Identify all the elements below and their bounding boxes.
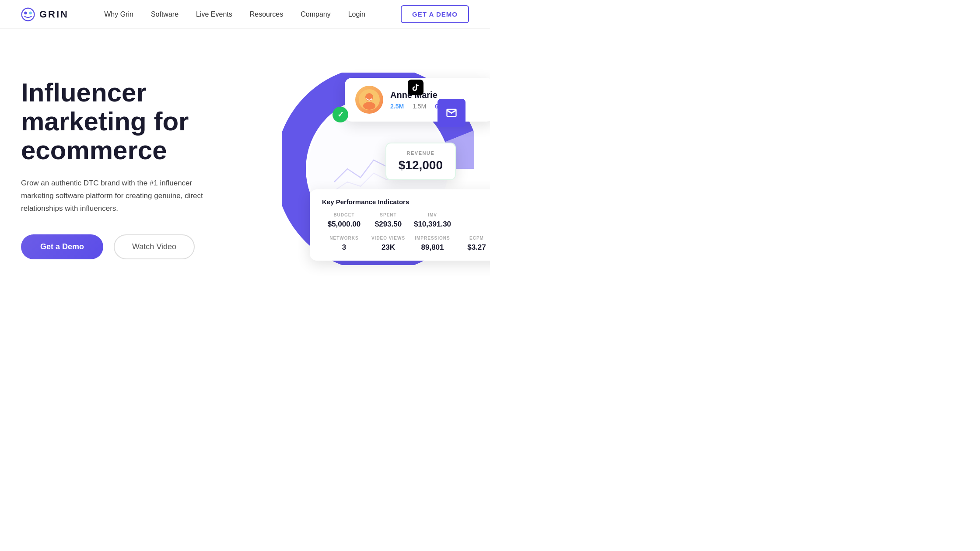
email-icon	[445, 107, 458, 119]
revenue-card: REVENUE $12,000	[385, 143, 456, 180]
kpi-col-spent: SPENT $293.50	[366, 213, 410, 229]
kpi-col-ecpm: ECPM $3.27	[455, 236, 490, 252]
logo[interactable]: GRIN	[21, 7, 69, 21]
kpi-networks-value: 3	[322, 243, 366, 252]
svg-point-1	[24, 11, 27, 14]
kpi-ecpm-label: ECPM	[455, 236, 490, 241]
kpi-imv-label: IMV	[410, 213, 455, 217]
kpi-networks-label: NETWORKS	[322, 236, 366, 241]
influencer-info: Anne Marie 2.5M 1.5M 67.32%	[390, 90, 483, 110]
nav-get-demo-button[interactable]: GET A DEMO	[401, 5, 469, 23]
nav-item-login[interactable]: Login	[348, 10, 365, 18]
svg-point-2	[29, 11, 32, 14]
nav-item-live-events[interactable]: Live Events	[196, 10, 232, 18]
kpi-budget-value: $5,000.00	[322, 220, 366, 229]
kpi-spent-value: $293.50	[366, 220, 410, 229]
influencer-avatar	[355, 86, 383, 114]
watch-video-button[interactable]: Watch Video	[114, 234, 195, 259]
hero-buttons: Get a Demo Watch Video	[21, 234, 248, 259]
hero-left-content: Influencer marketing for ecommerce Grow …	[21, 78, 248, 259]
hero-subtitle: Grow an authentic DTC brand with the #1 …	[21, 177, 205, 215]
navbar: GRIN Why Grin Software Live Events Resou…	[0, 0, 490, 29]
svg-point-0	[22, 8, 35, 21]
svg-point-8	[363, 102, 375, 110]
tiktok-icon	[408, 80, 424, 95]
email-badge	[438, 99, 466, 127]
kpi-col-empty	[455, 213, 490, 229]
revenue-label: REVENUE	[399, 150, 443, 156]
kpi-col-networks: NETWORKS 3	[322, 236, 366, 252]
kpi-spent-label: SPENT	[366, 213, 410, 217]
kpi-col-budget: BUDGET $5,000.00	[322, 213, 366, 229]
kpi-imv-value: $10,391.30	[410, 220, 455, 229]
kpi-videoviews-value: 23K	[366, 243, 410, 252]
kpi-card: Key Performance Indicators BUDGET $5,000…	[310, 189, 490, 261]
nav-links: Why Grin Software Live Events Resources …	[104, 10, 365, 18]
kpi-impressions-value: 89,801	[410, 243, 455, 252]
nav-item-software[interactable]: Software	[151, 10, 178, 18]
influencer-name: Anne Marie	[390, 90, 483, 100]
kpi-col-videoviews: VIDEO VIEWS 23K	[366, 236, 410, 252]
nav-item-company[interactable]: Company	[301, 10, 330, 18]
hero-section: Influencer marketing for ecommerce Grow …	[0, 29, 490, 300]
kpi-col-imv: IMV $10,391.30	[410, 213, 455, 229]
nav-item-resources[interactable]: Resources	[250, 10, 283, 18]
kpi-videoviews-label: VIDEO VIEWS	[366, 236, 410, 241]
kpi-col-impressions: IMPRESSIONS 89,801	[410, 236, 455, 252]
avatar-image	[359, 89, 380, 110]
kpi-ecpm-value: $3.27	[455, 243, 490, 252]
revenue-value: $12,000	[399, 158, 443, 172]
hero-title: Influencer marketing for ecommerce	[21, 78, 248, 165]
get-demo-button[interactable]: Get a Demo	[21, 234, 103, 259]
kpi-impressions-label: IMPRESSIONS	[410, 236, 455, 241]
stat-followers: 2.5M	[390, 103, 404, 110]
nav-item-why-grin[interactable]: Why Grin	[104, 10, 133, 18]
kpi-grid: BUDGET $5,000.00 SPENT $293.50 IMV $10,3…	[322, 213, 490, 252]
logo-text: GRIN	[39, 9, 69, 20]
green-check-badge: ✓	[332, 107, 348, 122]
grin-logo-icon	[21, 7, 35, 21]
influencer-stats: 2.5M 1.5M 67.32%	[390, 103, 483, 110]
hero-visualization: ✓ Anne Marie 2.5M 1.5M 67.32%	[248, 55, 469, 282]
kpi-title: Key Performance Indicators	[322, 198, 490, 206]
kpi-budget-label: BUDGET	[322, 213, 366, 217]
stat-engagement: 1.5M	[413, 103, 426, 110]
